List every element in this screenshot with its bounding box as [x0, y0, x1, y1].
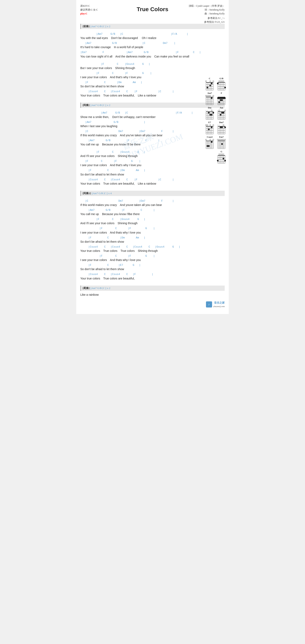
svg-point-168 [224, 139, 226, 140]
svg-point-13 [213, 81, 214, 82]
interlude2-bars: ||Am7 G/B |C || x 4 [92, 192, 112, 195]
chord-Dm7: Dm7 × × [216, 121, 227, 134]
svg-point-65 [218, 101, 220, 103]
chord-Am-svg: × [217, 109, 226, 120]
chord-Csus4: Csus4 [204, 136, 215, 149]
svg-point-16 [207, 87, 208, 88]
lyric-c1-2: I see your true colors And that's why I … [80, 75, 196, 80]
svg-text:×: × [206, 110, 207, 112]
svg-point-14 [211, 83, 212, 84]
svg-point-48 [210, 95, 211, 96]
svg-point-187 [224, 160, 226, 162]
chord-row-3: Dm × × [202, 106, 227, 120]
lyric-v2-3: If this world makes you crazy And you've… [80, 133, 196, 138]
chord-F: F [216, 92, 227, 105]
lyric-v1-3: You can lose sight of it all And the dar… [80, 54, 196, 59]
strum1: 参考刷法:X↑_↑↓ [204, 16, 225, 20]
lyric-c2-2: I see your true colors And that's why I … [80, 163, 196, 167]
chord-line-c2-3: |F C |Dm Am | [80, 168, 196, 172]
chord-G: G [216, 150, 227, 164]
svg-point-181 [219, 154, 220, 155]
svg-point-49 [213, 95, 214, 96]
chord-C-svg [205, 80, 214, 90]
svg-point-165 [220, 139, 221, 140]
verse1: |Am7 G/B |C |F/A | You with the sad eyes… [80, 32, 196, 59]
strum2: 参考指法:T123_121 [204, 20, 225, 24]
logo-text: 音乐之家yinyuezj.com [213, 301, 225, 308]
chord-line-b2: |Am7 G/B |F C | [80, 208, 225, 212]
svg-point-134 [220, 126, 221, 128]
svg-point-148 [213, 139, 214, 140]
chord-G-svg [217, 153, 226, 164]
lyric-v1-1: You with the sad eyes Don't be discourag… [80, 36, 196, 40]
prelude-label: [前奏] [83, 25, 90, 28]
chord-E7-svg [205, 124, 214, 134]
lyric-v2-1: Show me a smile then, Don't be unhappy, … [80, 115, 196, 119]
chord-Am7: Am7 [204, 92, 215, 105]
svg-point-150 [207, 145, 208, 147]
chord-Csus4-svg [205, 138, 214, 149]
svg-point-63 [220, 99, 221, 101]
svg-point-116 [211, 126, 212, 128]
lyric-b4: I see your true colors And thats why I l… [80, 230, 225, 235]
svg-point-32 [217, 83, 219, 84]
lyric-c1-3: So don't be afraid to let them show [80, 84, 196, 88]
lyric-v2-2: When I last saw you laughing [80, 124, 196, 128]
svg-point-11 [205, 81, 207, 82]
lyric-c1-1: But I see your true colors Shining throu… [80, 66, 196, 70]
chord-C: C [204, 77, 215, 90]
singer: 演唱：Cyndi Lauper（辛蒂·罗波） [189, 4, 225, 8]
svg-point-133 [221, 126, 223, 128]
lyric-c2-4: Your true colors True colors are beautif… [80, 182, 196, 186]
svg-point-46 [207, 95, 208, 96]
chord-GB: G/B [216, 77, 227, 90]
lyric-b2: You call me up Because you know i'llbe t… [80, 212, 225, 216]
logo-image: ♪ 音乐之家yinyuezj.com [206, 301, 225, 308]
svg-point-163 [217, 139, 218, 140]
svg-point-47 [208, 95, 209, 96]
svg-point-146 [205, 139, 207, 140]
outro-label: [尾奏] [83, 286, 90, 290]
interlude2-label: [间奏2] [83, 192, 91, 195]
lyric-b8: So don't be afraid to let them show [80, 267, 225, 271]
chord-Dm: Dm × × [204, 106, 215, 120]
chord-line-b1: |C Dm7 |Em7 F | [80, 199, 225, 203]
chord-line-c2-4: |Csus4 C |Csus4 C |F |C | [80, 178, 196, 182]
chord-F-svg [217, 95, 226, 105]
outro-lyric: Like a rainbow [80, 293, 225, 297]
original-key: 原KEY:C [80, 4, 98, 8]
svg-text:×: × [217, 124, 218, 126]
svg-point-83 [212, 112, 214, 114]
chorus1: |F C |Gsus4 G | But I see your true colo… [80, 62, 196, 98]
svg-point-113 [207, 124, 208, 126]
interlude1-label: [间奏] [83, 104, 90, 106]
verse2: |Am7 G/B |C |F/A | Show me a smile then,… [80, 111, 196, 147]
chord-line-b4: |F C |F G | [80, 227, 225, 230]
svg-point-30 [221, 81, 223, 82]
section-interlude2: [间奏2] ||Am7 G/B |C || x 4 [80, 191, 225, 196]
lyric-outro: Like a rainbow [80, 293, 225, 297]
lyric-b9: Your true colors True colors are beautif… [80, 276, 225, 281]
lyric-c2-1: And I'll see your true colors Shining th… [80, 154, 196, 158]
key-info: 原KEY:C 建议男调:G 女:C play:C [80, 4, 98, 16]
page: 原KEY:C 建议男调:G 女:C play:C True Colors 演唱：… [76, 0, 229, 314]
svg-point-96 [219, 110, 220, 111]
lyric-b6: Your true colors True colors True colors… [80, 249, 225, 253]
chord-line-v2-4: |Am7 G/B |F C | [80, 139, 196, 142]
svg-point-115 [213, 124, 214, 126]
svg-point-98 [223, 112, 224, 114]
svg-point-64 [221, 99, 223, 101]
chord-E7: E7 [204, 121, 215, 134]
lyric-v1-2: It's hard to take courage In a world ful… [80, 45, 196, 49]
chord-line-b5: |F C |Dm Am | [80, 236, 225, 240]
svg-point-151 [208, 145, 210, 147]
svg-text:×: × [219, 124, 220, 126]
chorus2: |F C |Gsus4 G | And I'll see your true c… [80, 150, 196, 186]
chord-Em7-svg [217, 138, 226, 149]
chord-line-b3: |F C |Gsus4 G | [80, 218, 225, 221]
chord-row-2: Am7 [202, 92, 227, 105]
svg-point-79 [211, 110, 212, 111]
bridge: |C Dm7 |Em7 F | If this world makes you … [80, 199, 225, 281]
svg-point-15 [209, 85, 211, 86]
lyric-b1: If this world makes you crazy And youve … [80, 203, 225, 207]
